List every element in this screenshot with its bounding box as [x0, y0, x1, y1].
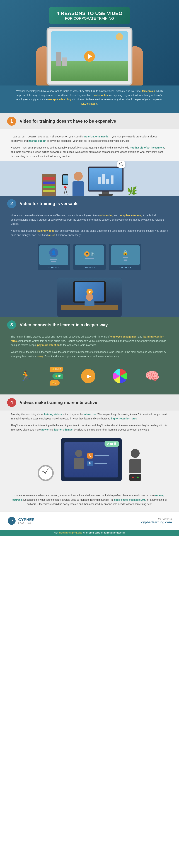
presenter-body: [73, 181, 84, 196]
chat-bubbles-group: 😊 Hello! 👋 Hi! 😃 ...: [50, 367, 63, 385]
person-with-controller: [129, 449, 142, 481]
course-screen-2: 💻 ⚙️: [75, 245, 104, 265]
header-title-box: 4 REASONS TO USE VIDEO FOR CORPORATE TRA…: [49, 7, 130, 24]
tablet-wrapper: [4, 27, 175, 86]
screen-chart: [98, 174, 113, 184]
reason-2-header: 2 Video for training is versatile: [0, 196, 179, 212]
course-screen-1: 👤: [40, 245, 68, 265]
conclusion-text: Once the necessary videos are created, y…: [11, 494, 168, 506]
color-wheel-icon: [113, 369, 127, 383]
reason-2-para1: Videos can be used to deliver a variety …: [11, 214, 168, 226]
header-main-title: 4 REASONS TO USE VIDEO: [56, 10, 123, 17]
monitor-base: [99, 194, 113, 196]
reason-3-header: 3 Video connects the learner in a deeper…: [0, 317, 179, 333]
desk-scene: [11, 274, 168, 317]
reason-3-title: Video connects the learner in a deeper w…: [20, 322, 108, 327]
play-button-tablet[interactable]: [84, 51, 95, 62]
brain-icon: 🧠: [145, 369, 159, 383]
person-body-silhouette: [129, 459, 141, 473]
footer-domain: cypherlearning.com: [141, 521, 172, 524]
record-dot: [64, 186, 67, 188]
courses-row: 👤 COURSE 1 💻 ⚙️: [11, 240, 168, 274]
reason-1-header: 1 Video for training doesn’t have to be …: [0, 113, 179, 129]
desk-person: [85, 293, 95, 306]
play-circle-icon[interactable]: ▶: [81, 369, 95, 383]
reason-3-content: The human brain is attuned to color and …: [0, 333, 179, 395]
chat-bubble-2: 👋 Hi!: [52, 373, 63, 379]
reason-1-number: 1: [7, 117, 16, 126]
intro-text: Whenever employees have a new task to ta…: [14, 89, 165, 106]
clock-icon: [37, 465, 54, 481]
footer-for-business: for Business: [141, 518, 172, 521]
monitor-stand: [102, 191, 109, 194]
course-card-2: 💻 ⚙️ COURSE 2: [73, 244, 106, 271]
footer-right: for Business cypherlearning.com: [141, 518, 172, 524]
screen-person: [74, 450, 84, 469]
monitor-box: [88, 166, 124, 191]
logo-area: CY CYPHER LEARNING: [7, 516, 35, 525]
reason-2-para2: Not only that, but most training videos …: [11, 229, 168, 238]
header-sub-title: FOR CORPORATE TRAINING: [56, 17, 123, 21]
course-screen-3: 🔒: [111, 245, 139, 265]
chat-bubble-3: 😃 ...: [50, 380, 59, 385]
tablet-frame: [47, 27, 132, 86]
monitor-display: 💬: [88, 166, 124, 196]
recording-setup: [60, 172, 84, 196]
reason-3-number: 3: [7, 320, 16, 329]
ab-options: A. B.: [87, 453, 109, 466]
svg-text:CY: CY: [10, 519, 14, 522]
runner-icon-group: 🏃: [20, 370, 32, 382]
reason-1-para2: However, most smartphones come with reas…: [11, 146, 168, 158]
clock-hand-minute: [46, 468, 49, 473]
course-card-3: 🔒 COURSE 3: [109, 244, 142, 271]
course-label-1: COURSE 1: [40, 267, 68, 269]
reason-3-para2: What’s more, the people in the video hav…: [11, 350, 168, 359]
course-label-2: COURSE 2: [75, 267, 104, 269]
reason-2-section: 2 Video for training is versatile Videos…: [0, 196, 179, 317]
tablet-screen: [51, 31, 128, 82]
reason-2-title: Video for training is versatile: [20, 201, 79, 206]
reason-3-section: 3 Video connects the learner in a deeper…: [0, 317, 179, 395]
reason-2-content: Videos can be used to deliver a variety …: [0, 212, 179, 317]
option-a: A.: [87, 453, 109, 459]
intro-section: Whenever employees have a new task to ta…: [0, 86, 179, 113]
cypher-logo-icon: CY: [7, 516, 16, 525]
footer-blog-link[interactable]: cypherlearning.com/blog: [59, 531, 82, 534]
course-label-3: COURSE 3: [111, 267, 139, 269]
option-b: B.: [87, 461, 109, 466]
reason-4-para2: They’ll spend more time interacting with…: [11, 423, 168, 432]
reason-3-para1: The human brain is attuned to color and …: [11, 335, 168, 347]
studio-illustration: 💬 🌿: [0, 161, 179, 196]
runner-icon: 🏃: [20, 370, 32, 382]
ab-illustration: A or B A.: [11, 435, 168, 485]
presenter-figure: [73, 172, 84, 196]
reason-4-title: Videos make training more interactive: [20, 400, 97, 405]
reason-1-content: It can be, but it doesn’t have to be. It…: [0, 129, 179, 196]
speech-bubble: 💬: [117, 161, 125, 167]
reason-4-content: Probably the best thing about training v…: [0, 410, 179, 488]
ab-bubble: A or B: [105, 441, 119, 447]
reason-1-section: 1 Video for training doesn’t have to be …: [0, 113, 179, 196]
ab-monitor: A or B A.: [61, 438, 122, 481]
presenter-head: [74, 172, 83, 181]
option-a-label: A.: [87, 453, 93, 459]
logo-text-group: CYPHER LEARNING: [18, 518, 35, 524]
reason-4-number: 4: [7, 398, 16, 407]
reason-4-header: 4 Videos make training more interactive: [0, 395, 179, 410]
bookshelf: [42, 174, 56, 196]
tripod-legs: [60, 188, 71, 196]
clock-center: [45, 472, 46, 473]
reason-1-title: Video for training doesn’t have to be ex…: [20, 119, 116, 124]
course-card-1: 👤 COURSE 1: [37, 244, 70, 271]
footer-blog: Visit cypherlearning.com/blog for insigh…: [0, 530, 179, 536]
phone-device: [62, 175, 68, 185]
footer-section: CY CYPHER LEARNING for Business cypherle…: [0, 512, 179, 530]
game-controller: [129, 474, 142, 481]
ab-screen: A. B.: [65, 442, 118, 477]
chat-bubble-1: 😊 Hello!: [50, 367, 63, 372]
tripod-phone: [60, 175, 71, 196]
conclusion-section: Once the necessary videos are created, y…: [0, 488, 179, 512]
option-b-label: B.: [87, 461, 93, 466]
reason-1-para1: It can be, but it doesn’t have to be. It…: [11, 134, 168, 143]
bookshelf-decor: [42, 174, 56, 196]
